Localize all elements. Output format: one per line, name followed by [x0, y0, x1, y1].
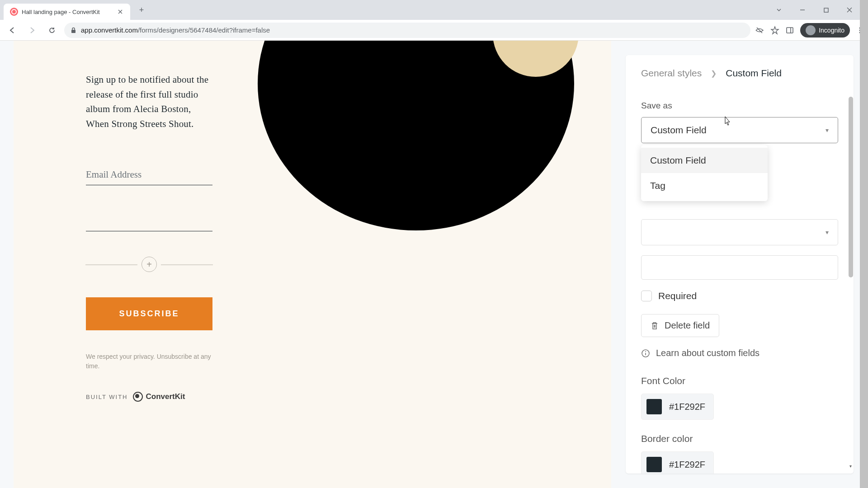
svg-rect-0: [824, 8, 828, 12]
form-description[interactable]: Sign up to be notified about the release…: [86, 72, 212, 131]
hero-image: [258, 41, 574, 230]
learn-link[interactable]: Learn about custom fields: [641, 348, 838, 358]
save-as-dropdown: Custom Field Tag: [641, 145, 768, 201]
color-swatch: [646, 457, 662, 472]
privacy-text[interactable]: We respect your privacy. Unsubscribe at …: [86, 352, 212, 371]
dropdown-option-tag[interactable]: Tag: [641, 173, 768, 198]
font-color-label: Font Color: [641, 375, 838, 386]
border-color-value: #1F292F: [669, 460, 705, 470]
browser-tab[interactable]: Hall landing page - ConvertKit: [4, 4, 130, 20]
save-as-label: Save as: [641, 101, 838, 111]
divider: [85, 264, 137, 265]
delete-field-button[interactable]: Delete field: [641, 314, 719, 337]
toolbar-right: Incognito: [755, 23, 863, 38]
favicon-icon: [10, 8, 18, 16]
subscribe-button[interactable]: SUBSCRIBE: [86, 297, 212, 330]
svg-rect-2: [787, 28, 793, 33]
built-with-badge[interactable]: BUILT WITH ConvertKit: [86, 392, 212, 402]
color-swatch: [646, 399, 662, 414]
convertkit-logo: ConvertKit: [133, 392, 185, 402]
border-color-picker[interactable]: #1F292F: [641, 451, 714, 474]
browser-chrome: Hall landing page - ConvertKit + app.con…: [0, 0, 868, 41]
scroll-down-icon[interactable]: ▾: [847, 463, 854, 469]
custom-field-input[interactable]: [86, 211, 212, 231]
font-color-picker[interactable]: #1F292F: [641, 394, 714, 420]
new-tab-button[interactable]: +: [135, 3, 148, 17]
convertkit-logo-icon: [133, 392, 143, 402]
panel-card: General styles ❯ Custom Field Save as Cu…: [626, 55, 854, 474]
address-bar[interactable]: app.convertkit.com/forms/designers/56474…: [64, 23, 750, 38]
required-label: Required: [658, 291, 697, 301]
add-field-button[interactable]: +: [142, 257, 157, 272]
dropdown-option-custom-field[interactable]: Custom Field: [641, 148, 768, 173]
panel-icon[interactable]: [786, 26, 794, 34]
chevron-down-icon: ▾: [826, 229, 829, 236]
tab-title: Hall landing page - ConvertKit: [22, 9, 113, 15]
divider: [161, 264, 213, 265]
trash-icon: [651, 321, 659, 330]
close-tab-icon[interactable]: [117, 8, 124, 15]
forward-button[interactable]: [24, 23, 40, 38]
window-controls: [772, 3, 864, 17]
url-text: app.convertkit.com/forms/designers/56474…: [81, 26, 270, 34]
maximize-icon[interactable]: [819, 3, 833, 17]
close-window-icon[interactable]: [843, 3, 856, 17]
scrollbar-thumb[interactable]: [849, 97, 853, 277]
info-icon: [641, 349, 650, 358]
back-button[interactable]: [5, 23, 20, 38]
required-checkbox[interactable]: [641, 291, 652, 301]
border-color-label: Border color: [641, 433, 838, 444]
reload-button[interactable]: [44, 23, 60, 38]
svg-point-7: [645, 351, 646, 352]
breadcrumb-general-styles[interactable]: General styles: [641, 68, 702, 79]
built-with-label: BUILT WITH: [86, 394, 127, 400]
email-field[interactable]: [86, 164, 212, 185]
chevron-down-icon: ▾: [826, 127, 829, 134]
chevron-right-icon: ❯: [711, 69, 717, 78]
panel-breadcrumb: General styles ❯ Custom Field: [626, 55, 854, 92]
incognito-badge[interactable]: Incognito: [800, 23, 850, 38]
lock-icon: [71, 27, 76, 33]
chevron-down-icon[interactable]: [772, 3, 786, 17]
breadcrumb-current: Custom Field: [726, 68, 782, 79]
browser-toolbar: app.convertkit.com/forms/designers/56474…: [0, 20, 868, 41]
font-color-value: #1F292F: [669, 402, 705, 412]
scrollbar-thumb[interactable]: [860, 0, 868, 488]
form-content: Sign up to be notified about the release…: [86, 45, 212, 402]
save-as-group: Save as Custom Field ▾ Custom Field Tag: [641, 101, 838, 143]
tab-bar: Hall landing page - ConvertKit +: [0, 0, 868, 20]
field-name-select[interactable]: ▾: [641, 219, 838, 245]
panel-scrollbar[interactable]: ▾: [848, 91, 854, 469]
panel-body: Save as Custom Field ▾ Custom Field Tag …: [626, 92, 854, 474]
eye-off-icon[interactable]: [755, 26, 764, 35]
settings-panel: General styles ❯ Custom Field Save as Cu…: [611, 41, 868, 488]
star-icon[interactable]: [770, 26, 779, 35]
required-checkbox-row[interactable]: Required: [641, 291, 838, 301]
page-scrollbar[interactable]: [860, 0, 868, 488]
label-input[interactable]: [641, 255, 838, 280]
save-as-select[interactable]: Custom Field ▾: [641, 117, 838, 143]
page-content: Sign up to be notified about the release…: [0, 41, 868, 488]
minimize-icon[interactable]: [796, 3, 809, 17]
incognito-icon: [806, 25, 816, 35]
svg-rect-1: [71, 30, 75, 33]
canvas-area: Sign up to be notified about the release…: [0, 41, 611, 488]
